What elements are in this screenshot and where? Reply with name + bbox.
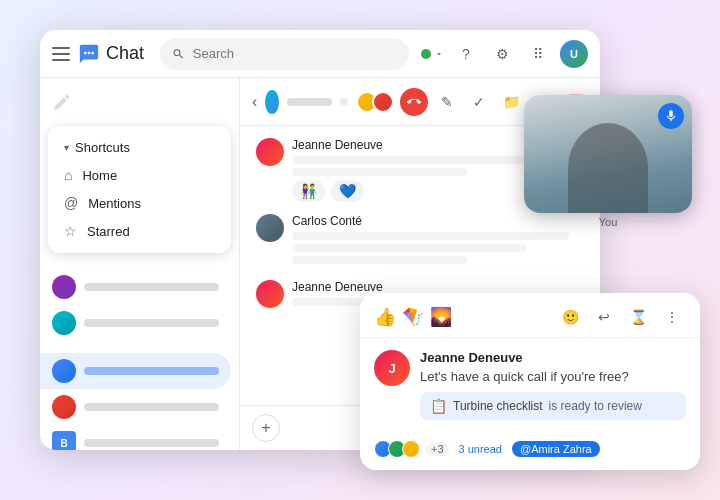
- content-contact-avatar: [265, 90, 279, 114]
- content-name-bar: [287, 98, 332, 106]
- emoji-landscape[interactable]: 🌄: [430, 306, 452, 328]
- notif-sender-avatar: J: [374, 350, 410, 386]
- top-bar: Chat ? ⚙ ⠿ U: [40, 30, 600, 78]
- emoji-kite[interactable]: 🪁: [402, 306, 424, 328]
- sidebar-avatar-1: [52, 275, 76, 299]
- notif-attachment[interactable]: 📋 Turbine checklist is ready to review: [420, 392, 686, 420]
- notif-footer-avatars: [374, 440, 420, 458]
- notif-emoji-btn[interactable]: 🙂: [556, 303, 584, 331]
- shortcuts-home[interactable]: ⌂ Home: [48, 161, 231, 189]
- status-indicator[interactable]: [421, 49, 444, 59]
- search-input[interactable]: [193, 46, 397, 61]
- footer-avatar-3: [402, 440, 420, 458]
- mention-badge[interactable]: @Amira Zahra: [512, 441, 600, 457]
- sidebar-item-4[interactable]: B: [40, 425, 231, 450]
- starred-label: Starred: [87, 224, 130, 239]
- pencil-icon[interactable]: ✎: [434, 89, 460, 115]
- chevron-down-icon: [434, 49, 444, 59]
- shortcuts-header[interactable]: ▾ Shortcuts: [48, 134, 231, 161]
- emoji-thumbsup[interactable]: 👍: [374, 306, 396, 328]
- video-overlay-container: You: [524, 95, 692, 228]
- video-you-label: You: [524, 216, 692, 228]
- shortcuts-chevron: ▾: [64, 142, 69, 153]
- chevron-bar: [340, 99, 348, 105]
- new-message-btn[interactable]: [40, 86, 239, 122]
- header-avatars: [356, 91, 394, 113]
- notif-snooze-btn[interactable]: ⌛: [624, 303, 652, 331]
- doc-icon: 📋: [430, 398, 447, 414]
- status-dot: [421, 49, 431, 59]
- sidebar: ▾ Shortcuts ⌂ Home @ Mentions ☆ Starred: [40, 78, 240, 450]
- msg-bubble-2b: [292, 244, 526, 252]
- user-avatar[interactable]: U: [560, 40, 588, 68]
- msg-avatar-2: [256, 214, 284, 242]
- help-icon[interactable]: ?: [452, 40, 480, 68]
- mentions-label: Mentions: [88, 196, 141, 211]
- checkmark-icon[interactable]: ✓: [466, 89, 492, 115]
- notif-message-text: Let's have a quick call if you're free?: [420, 369, 686, 384]
- end-call-button[interactable]: [400, 88, 428, 116]
- phone-icon: [407, 95, 421, 109]
- msg-bubble-2a: [292, 232, 569, 240]
- notif-body: J Jeanne Deneuve Let's have a quick call…: [360, 338, 700, 440]
- sidebar-item-2[interactable]: [40, 305, 231, 341]
- svg-point-2: [91, 51, 94, 54]
- video-mic-button[interactable]: [658, 103, 684, 129]
- search-bar[interactable]: [160, 38, 409, 70]
- settings-icon[interactable]: ⚙: [488, 40, 516, 68]
- video-overlay: [524, 95, 692, 213]
- footer-count: +3: [426, 442, 449, 456]
- sidebar-avatar-active: [52, 359, 76, 383]
- notif-sender-name: Jeanne Deneuve: [420, 350, 686, 365]
- sidebar-item-active[interactable]: [40, 353, 231, 389]
- shortcuts-mentions[interactable]: @ Mentions: [48, 189, 231, 217]
- shortcuts-label: Shortcuts: [75, 140, 130, 155]
- apps-icon[interactable]: ⠿: [524, 40, 552, 68]
- sidebar-item-1[interactable]: [40, 269, 231, 305]
- msg-bubble-1b: [292, 168, 467, 176]
- participant-avatar-2: [372, 91, 394, 113]
- notification-panel: 👍 🪁 🌄 🙂 ↩ ⌛ ⋮ J Jeanne Deneuve Let's hav…: [360, 293, 700, 470]
- chat-logo: Chat: [78, 43, 144, 65]
- sidebar-text-4: [84, 439, 219, 447]
- notif-attach-name: Turbine checklist: [453, 399, 543, 413]
- home-label: Home: [82, 168, 117, 183]
- shortcuts-starred[interactable]: ☆ Starred: [48, 217, 231, 245]
- hamburger-icon[interactable]: [52, 47, 70, 61]
- video-background: [524, 95, 692, 213]
- sidebar-group-icon: B: [52, 431, 76, 450]
- msg-bubble-2c: [292, 256, 467, 264]
- sidebar-text-active: [84, 367, 219, 375]
- reaction-people[interactable]: 👫: [292, 180, 325, 202]
- msg-avatar-1: [256, 138, 284, 166]
- svg-point-0: [84, 51, 87, 54]
- app-title: Chat: [106, 43, 144, 64]
- sidebar-avatar-2: [52, 311, 76, 335]
- person-silhouette: [568, 123, 648, 213]
- add-button[interactable]: +: [252, 414, 280, 442]
- svg-point-1: [88, 51, 91, 54]
- sidebar-text-1: [84, 283, 219, 291]
- at-icon: @: [64, 195, 78, 211]
- msg-sender-3: Jeanne Deneuve: [292, 280, 584, 294]
- top-bar-actions: ? ⚙ ⠿ U: [421, 40, 588, 68]
- folder-icon[interactable]: 📁: [498, 89, 524, 115]
- sidebar-text-3: [84, 403, 219, 411]
- notif-content: Jeanne Deneuve Let's have a quick call i…: [420, 350, 686, 428]
- notif-actions: 🙂 ↩ ⌛ ⋮: [556, 303, 686, 331]
- sidebar-item-3[interactable]: [40, 389, 231, 425]
- msg-avatar-3: [256, 280, 284, 308]
- reaction-heart[interactable]: 💙: [331, 180, 364, 202]
- compose-icon: [52, 92, 72, 112]
- notif-reply-btn[interactable]: ↩: [590, 303, 618, 331]
- notif-more-btn[interactable]: ⋮: [658, 303, 686, 331]
- back-button[interactable]: ‹: [252, 93, 257, 111]
- notif-toolbar: 👍 🪁 🌄 🙂 ↩ ⌛ ⋮: [360, 293, 700, 338]
- sidebar-text-2: [84, 319, 219, 327]
- notif-footer: +3 3 unread @Amira Zahra: [360, 440, 700, 470]
- msg-bubble-1a: [292, 156, 526, 164]
- unread-badge: 3 unread: [459, 443, 502, 455]
- chat-logo-svg: [78, 43, 100, 65]
- sidebar-avatar-3: [52, 395, 76, 419]
- home-icon: ⌂: [64, 167, 72, 183]
